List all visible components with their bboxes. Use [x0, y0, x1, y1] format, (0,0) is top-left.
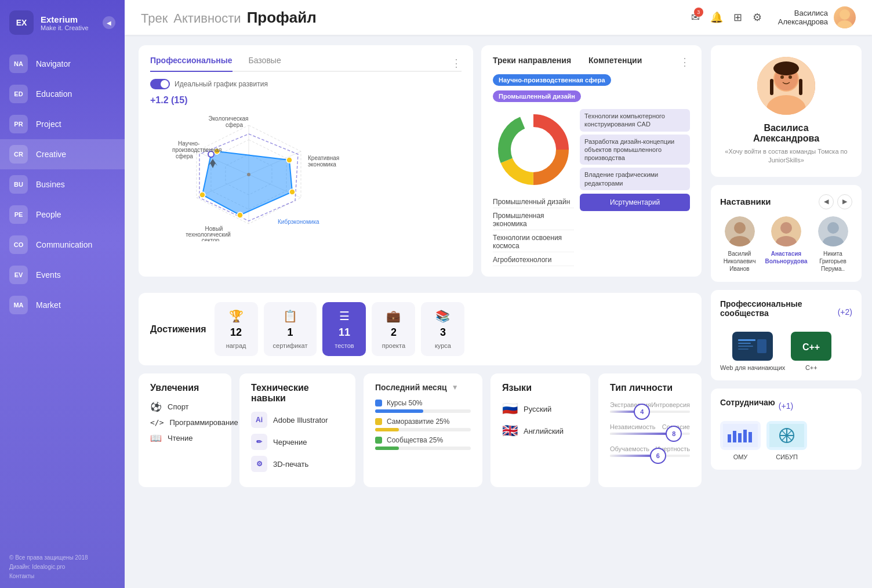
nav-abbr-na: NA: [9, 55, 28, 73]
sidebar-item-market[interactable]: MA Market: [0, 290, 125, 320]
community-cpp-thumb: C++: [791, 332, 831, 361]
comp-item-2: Разработка дизайн-концепции объектов про…: [580, 135, 690, 165]
award-icon: 🏆: [229, 309, 244, 323]
nav-activities[interactable]: Активности: [173, 11, 241, 26]
tools-button[interactable]: Исртументарий: [580, 194, 690, 211]
progress-courses-label: Курсы 50%: [375, 399, 471, 407]
tab-professional[interactable]: Профессиональные: [150, 56, 232, 72]
community-web[interactable]: Web для начинающих: [720, 332, 785, 371]
settings-icon-wrap[interactable]: ⚙: [753, 11, 762, 24]
collab-omu-thumb: [720, 421, 761, 450]
user-info[interactable]: ВасилисаАлександрова: [778, 6, 856, 28]
comp-item-1: Технологии компьютерного конструирования…: [580, 109, 690, 132]
comp-item-3: Владение графическими редакторами: [580, 168, 690, 190]
sidebar-item-busines[interactable]: BU Busines: [0, 169, 125, 199]
communities-card: Профессиональные сообщества (+2): [711, 290, 862, 380]
tests-label: тестов: [335, 342, 354, 349]
svg-rect-68: [749, 432, 752, 442]
courses-label: курса: [435, 342, 451, 349]
sidebar-item-label: Navigator: [36, 59, 71, 68]
community-dot: [375, 437, 382, 444]
sidebar-item-label-co: Communication: [36, 240, 92, 249]
sidebar-item-people[interactable]: PE People: [0, 199, 125, 230]
month-header: Последний месяц ▼: [375, 383, 471, 392]
right-panel: ВасилисаАлександрова «Хочу войти в соста…: [711, 45, 862, 582]
card-dots[interactable]: ⋮: [451, 57, 462, 70]
community-fill: [375, 447, 399, 450]
learn-label: Обучаемость: [610, 445, 649, 452]
mentor-2-name[interactable]: Анастасия Вольнорудова: [765, 250, 807, 265]
svg-point-14: [286, 157, 292, 163]
content-area: Профессиональные Базовые ⋮ Идеальный гра…: [125, 35, 872, 588]
nav-abbr-cr: CR: [9, 145, 28, 164]
skill-drafting-label: Черчение: [273, 438, 307, 447]
email-badge: 3: [694, 8, 703, 17]
collab-badge: (+1): [779, 401, 793, 411]
grid-icon-wrap[interactable]: ⊞: [733, 11, 742, 24]
collab-sibup-label: СИБУП: [776, 453, 798, 460]
score-text: +1.2 (15): [150, 95, 462, 106]
svg-rect-60: [757, 339, 766, 353]
personality-track-3: 6: [610, 455, 690, 457]
community-bar: [375, 447, 471, 450]
courses-bar: [375, 409, 471, 413]
sidebar-item-communication[interactable]: CO Communication: [0, 230, 125, 260]
svg-text:экономика: экономика: [308, 161, 336, 168]
collab-sibup[interactable]: СИБУП: [766, 421, 807, 460]
progress-self-label: Саморазвитие 25%: [375, 418, 471, 426]
nav-trek[interactable]: Трек: [141, 11, 168, 26]
sidebar-collapse-button[interactable]: ◀: [103, 16, 115, 29]
collab-omu[interactable]: ОМУ: [720, 421, 761, 460]
email-icon-wrap[interactable]: ✉ 3: [691, 11, 700, 24]
mentor-1-name: Василий Николаевич Иванов: [720, 250, 759, 273]
mentors-row: Василий Николаевич Иванов Анастасия Воль…: [720, 216, 852, 273]
profile-avatar: [757, 57, 815, 115]
competency-list: Технологии компьютерного конструирования…: [580, 109, 690, 266]
achievement-tests[interactable]: ☰ 11 тестов: [322, 302, 366, 356]
mentors-next[interactable]: ▶: [837, 194, 852, 209]
hobby-coding-label: Программирование: [169, 418, 238, 427]
nav-abbr-pr: PR: [9, 115, 28, 133]
sidebar-item-creative[interactable]: CR Creative: [0, 139, 125, 169]
lang-russian-label: Русский: [524, 405, 551, 413]
lang-english-label: Английский: [524, 427, 564, 435]
svg-text:C++: C++: [802, 342, 820, 352]
sidebar-item-navigator[interactable]: NA Navigator: [0, 49, 125, 79]
sidebar: EX Exterium Make it. Creative ◀ NA Navig…: [0, 0, 125, 588]
toggle-ideal[interactable]: [150, 79, 170, 89]
progress-community-label: Сообщества 25%: [375, 436, 471, 444]
profile-card: ВасилисаАлександрова «Хочу войти в соста…: [711, 45, 862, 177]
personality-labels-3: Обучаемость Инертность: [610, 445, 690, 452]
mentors-prev[interactable]: ◀: [819, 194, 834, 209]
sidebar-item-education[interactable]: ED Education: [0, 79, 125, 109]
community-cpp[interactable]: C++ C++: [791, 332, 831, 371]
radar-chart-container: Экологическая сфера Научно- производстве…: [150, 108, 347, 241]
achievements-section: Достижения 🏆 12 наград 📋 1 сертификат: [139, 293, 702, 365]
personality-labels-1: Экстраверсия Интроверсия: [610, 401, 690, 408]
page-title-area: Трек Активности Профайл: [141, 9, 691, 27]
bell-icon: 🔔: [710, 12, 723, 23]
achievement-projects: 💼 2 проекта: [372, 302, 415, 356]
avatar-svg: [757, 57, 815, 115]
bell-icon-wrap[interactable]: 🔔: [710, 11, 723, 24]
tab-basic[interactable]: Базовые: [249, 56, 281, 72]
hobby-reading-label: Чтение: [168, 434, 192, 442]
sidebar-item-events[interactable]: EV Events: [0, 260, 125, 290]
svg-rect-45: [799, 79, 802, 95]
month-dropdown[interactable]: ▼: [452, 383, 459, 391]
lang-russian: 🇷🇺 Русский: [502, 401, 579, 416]
hobby-sport: ⚽ Спорт: [150, 401, 220, 412]
sidebar-item-project[interactable]: PR Project: [0, 109, 125, 139]
nav-profile-active[interactable]: Профайл: [247, 9, 317, 27]
self-bar: [375, 428, 471, 431]
toggle-label: Идеальный график развития: [175, 80, 268, 88]
tracks-title: Треки направления: [493, 56, 571, 65]
profile-name: ВасилисаАлександрова: [753, 123, 819, 144]
track-item-3: Технологии освоения космоса: [493, 232, 574, 252]
mentors-card: Наставники ◀ ▶ Василий Николаевич Иванов: [711, 185, 862, 282]
last-month-card: Последний месяц ▼ Курсы 50%: [364, 373, 482, 487]
hobbies-card: Увлечения ⚽ Спорт </> Программирование 📖…: [139, 373, 231, 487]
month-title: Последний месяц: [375, 383, 447, 392]
skill-drafting: ✏ Черчение: [251, 434, 344, 450]
tracks-dots[interactable]: ⋮: [680, 56, 690, 68]
